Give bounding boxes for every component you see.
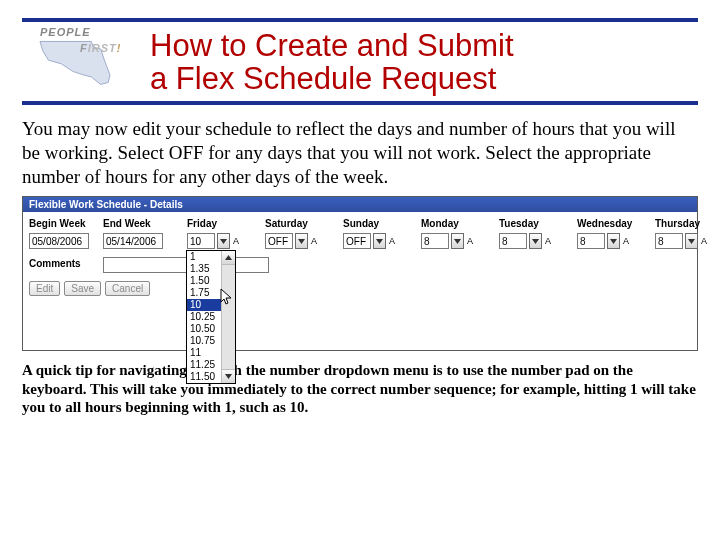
logo-first-text: FIRST!: [80, 42, 121, 54]
end-week-field[interactable]: 05/14/2006: [103, 233, 163, 249]
thursday-dropdown-button[interactable]: [685, 233, 698, 249]
label-thursday: Thursday: [655, 218, 720, 229]
sunday-suffix: A: [389, 236, 395, 246]
begin-week-field[interactable]: 05/08/2006: [29, 233, 89, 249]
label-tuesday: Tuesday: [499, 218, 577, 229]
cancel-button[interactable]: Cancel: [105, 281, 150, 296]
friday-suffix: A: [233, 236, 239, 246]
page-title-line1: How to Create and Submit: [150, 30, 698, 63]
page-title-line2: a Flex Schedule Request: [150, 63, 698, 96]
wednesday-suffix: A: [623, 236, 629, 246]
tuesday-dropdown-button[interactable]: [529, 233, 542, 249]
sunday-hours-field[interactable]: OFF: [343, 233, 371, 249]
cursor-icon: [220, 288, 234, 308]
tuesday-hours-field[interactable]: 8: [499, 233, 527, 249]
page-title: How to Create and Submit a Flex Schedule…: [140, 28, 698, 95]
thursday-suffix: A: [701, 236, 707, 246]
friday-hours-field[interactable]: 10: [187, 233, 215, 249]
label-saturday: Saturday: [265, 218, 343, 229]
header-rule-top: [22, 18, 698, 22]
label-monday: Monday: [421, 218, 499, 229]
wednesday-hours-field[interactable]: 8: [577, 233, 605, 249]
friday-dropdown-button[interactable]: [217, 233, 230, 249]
instruction-paragraph: You may now edit your schedule to reflec…: [22, 117, 698, 188]
saturday-hours-field[interactable]: OFF: [265, 233, 293, 249]
save-button[interactable]: Save: [64, 281, 101, 296]
friday-hours-dropdown-list[interactable]: 11.351.501.751010.2510.5010.751111.2511.…: [186, 250, 236, 384]
logo-people-text: PEOPLE: [40, 26, 91, 38]
saturday-dropdown-button[interactable]: [295, 233, 308, 249]
people-first-logo: PEOPLE FIRST!: [22, 28, 140, 90]
tip-paragraph: A quick tip for navigating through the n…: [22, 361, 698, 416]
wednesday-dropdown-button[interactable]: [607, 233, 620, 249]
panel-titlebar: Flexible Work Schedule - Details: [23, 197, 697, 212]
tuesday-suffix: A: [545, 236, 551, 246]
scroll-up-arrow-icon[interactable]: [222, 251, 235, 265]
scroll-down-arrow-icon[interactable]: [222, 369, 235, 383]
header-rule-bottom: [22, 101, 698, 105]
label-comments: Comments: [29, 258, 103, 269]
monday-hours-field[interactable]: 8: [421, 233, 449, 249]
edit-button[interactable]: Edit: [29, 281, 60, 296]
monday-suffix: A: [467, 236, 473, 246]
label-wednesday: Wednesday: [577, 218, 655, 229]
label-sunday: Sunday: [343, 218, 421, 229]
flex-schedule-panel: Flexible Work Schedule - Details Begin W…: [22, 196, 698, 351]
label-begin-week: Begin Week: [29, 218, 103, 229]
label-end-week: End Week: [103, 218, 187, 229]
monday-dropdown-button[interactable]: [451, 233, 464, 249]
thursday-hours-field[interactable]: 8: [655, 233, 683, 249]
saturday-suffix: A: [311, 236, 317, 246]
sunday-dropdown-button[interactable]: [373, 233, 386, 249]
label-friday: Friday: [187, 218, 265, 229]
dropdown-scrollbar[interactable]: [221, 251, 235, 383]
